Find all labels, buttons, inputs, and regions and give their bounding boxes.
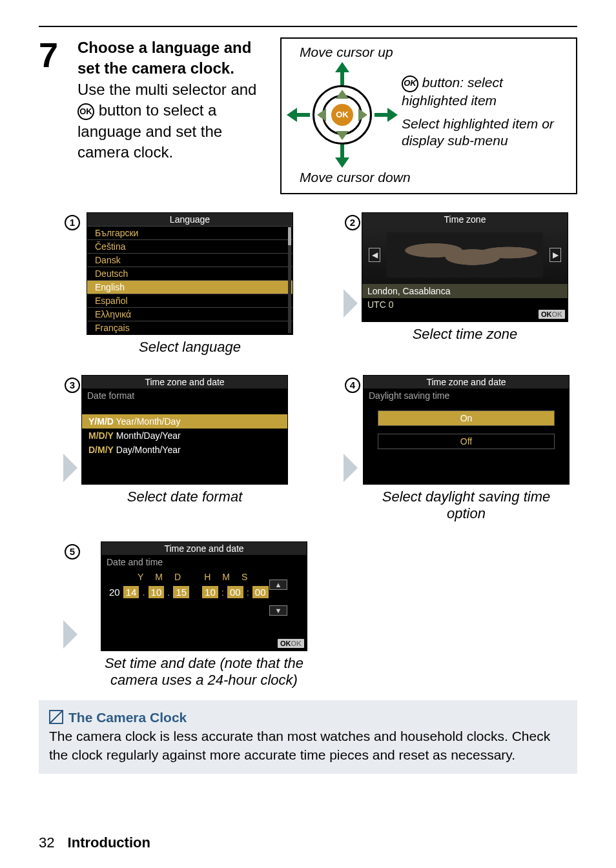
list-item[interactable]: Български — [87, 226, 293, 239]
step-badge-3: 3 — [65, 378, 80, 393]
world-map-icon — [387, 232, 543, 278]
ok-icon: OK — [77, 103, 94, 120]
value-down-button[interactable]: ▼ — [269, 605, 287, 616]
step-badge-1: 1 — [65, 215, 80, 230]
step-body-b: button to select a language and set the … — [77, 101, 222, 161]
list-item[interactable]: Deutsch — [87, 267, 293, 280]
ok-badge[interactable]: OKOK — [278, 639, 304, 648]
cursor-down-label: Move cursor down — [300, 169, 567, 186]
arrow-up-icon — [335, 62, 349, 72]
year-field[interactable]: 14 — [123, 586, 139, 598]
dpad-down-icon — [336, 131, 349, 140]
date-format-screen: Time zone and date Date format Y/M/D Yea… — [81, 375, 288, 485]
date-format-title: Time zone and date — [82, 376, 287, 389]
datetime-values: 2014. 10. 15 10: 00: 00 — [101, 582, 276, 602]
value-up-button[interactable]: ▲ — [269, 580, 287, 590]
step-text: Choose a language and set the camera clo… — [77, 37, 267, 163]
dpad-up-icon — [336, 90, 349, 99]
list-item[interactable]: Čeština — [87, 239, 293, 253]
submenu-caption: Select highlighted item or display sub-m… — [402, 116, 567, 150]
note-camera-clock: The Camera Clock The camera clock is les… — [39, 700, 577, 774]
arrow-left-icon — [287, 108, 297, 122]
cursor-up-label: Move cursor up — [300, 44, 567, 61]
timezone-name: London, Casablanca — [362, 284, 568, 298]
step-badge-5: 5 — [65, 544, 80, 560]
date-format-option[interactable]: D/M/Y Day/Month/Year — [82, 443, 287, 457]
step-title: Choose a language and set the camera clo… — [77, 39, 251, 77]
flow-arrow-icon — [63, 620, 77, 649]
step-number: 7 — [39, 37, 65, 72]
multi-selector-diagram: Move cursor up OK — [280, 37, 577, 194]
day-field[interactable]: 15 — [173, 586, 189, 598]
dst-caption: Select daylight saving time option — [362, 489, 571, 522]
language-screen: Language Български Čeština Dansk Deutsch… — [87, 212, 293, 335]
timezone-caption: Select time zone — [413, 326, 518, 343]
flow-arrow-icon — [344, 289, 358, 318]
date-format-caption: Select date format — [127, 489, 243, 505]
dst-screen: Time zone and date Daylight saving time … — [363, 375, 570, 485]
datetime-title: Time zone and date — [101, 542, 307, 555]
list-item-selected[interactable]: English — [87, 280, 293, 294]
timezone-next-button[interactable]: ▶ — [549, 248, 561, 262]
flow-arrow-icon — [63, 454, 77, 482]
month-field[interactable]: 10 — [149, 586, 165, 598]
step-block: 7 Choose a language and set the camera c… — [39, 37, 577, 194]
language-caption: Select language — [139, 339, 241, 356]
list-item[interactable]: Dansk — [87, 253, 293, 267]
datetime-sub: Date and time — [101, 555, 307, 569]
minute-field[interactable]: 00 — [227, 586, 243, 598]
page-number: 32 — [39, 834, 54, 851]
timezone-screen: Time zone ◀ ▶ London, Casablanca UTC 0 O… — [362, 212, 568, 322]
dst-title: Time zone and date — [364, 376, 569, 389]
page-footer: 32 Introduction — [39, 834, 150, 851]
list-item[interactable]: Français — [87, 321, 293, 334]
date-format-option[interactable]: Y/M/D Year/Month/Day — [82, 414, 287, 429]
hour-field[interactable]: 10 — [202, 586, 218, 598]
list-item[interactable]: Ελληνικά — [87, 307, 293, 321]
note-body: The camera clock is less accurate than m… — [49, 727, 567, 765]
timezone-title: Time zone — [362, 213, 568, 226]
step-badge-2: 2 — [345, 215, 360, 230]
flow-arrow-icon — [344, 454, 358, 482]
list-item[interactable]: Español — [87, 294, 293, 307]
second-field[interactable]: 00 — [252, 586, 269, 598]
date-format-option[interactable]: M/D/Y Month/Day/Year — [82, 429, 287, 443]
note-title: The Camera Clock — [49, 708, 567, 727]
selector-ring-icon: OK — [313, 85, 372, 145]
step-badge-4: 4 — [345, 378, 360, 393]
dpad-left-icon — [317, 108, 326, 121]
arrow-down-icon — [335, 157, 349, 168]
dst-on-option[interactable]: On — [378, 410, 555, 426]
date-format-sub: Date format — [82, 389, 287, 403]
timezone-utc: UTC 0 — [362, 298, 568, 311]
section-name: Introduction — [68, 834, 150, 851]
ok-icon: OK — [402, 76, 418, 92]
datetime-caption: Set time and date (note that the camera … — [81, 655, 327, 689]
dpad-right-icon — [358, 108, 367, 121]
datetime-screen: Time zone and date Date and time Y M D H… — [101, 541, 307, 651]
timezone-prev-button[interactable]: ◀ — [369, 248, 380, 262]
dst-sub: Daylight saving time — [364, 389, 569, 403]
arrow-right-icon — [387, 108, 398, 122]
scrollbar-thumb[interactable] — [288, 227, 291, 245]
language-title: Language — [87, 213, 293, 226]
ok-badge[interactable]: OKOK — [539, 310, 565, 319]
ok-button-caption: OK button: select highlighted item — [402, 74, 567, 109]
ok-button-icon: OK — [331, 104, 353, 126]
dst-off-option[interactable]: Off — [378, 434, 555, 449]
step-body-a: Use the multi selector and — [77, 81, 256, 98]
